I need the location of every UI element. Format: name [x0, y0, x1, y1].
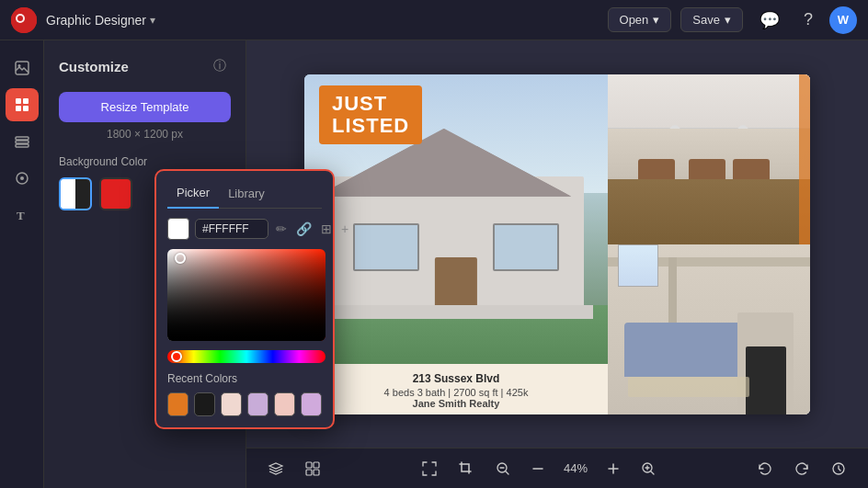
svg-rect-16	[314, 462, 319, 468]
resize-template-button[interactable]: Resize Template	[59, 92, 231, 122]
bottom-toolbar: 44%	[246, 448, 868, 488]
grid-toolbar-icon[interactable]	[298, 456, 327, 482]
customize-title: Customize	[59, 59, 129, 74]
hue-thumb[interactable]	[171, 351, 182, 362]
customize-header: Customize ⓘ	[59, 55, 231, 77]
avatar[interactable]: W	[829, 6, 857, 34]
recent-colors-row	[167, 392, 322, 416]
zoom-level: 44%	[558, 461, 593, 475]
app-title: Graphic Designer	[46, 13, 146, 28]
zoom-in-icon[interactable]	[634, 456, 663, 482]
property-address: 213 Sussex Blvd	[310, 371, 602, 387]
zoom-out-icon[interactable]	[488, 456, 518, 482]
svg-rect-18	[314, 470, 319, 475]
topbar: Graphic Designer ▾ Open ▾ Save ▾ 💬 ? W	[0, 0, 868, 40]
icon-sidebar: T	[0, 40, 44, 488]
recent-swatch-2[interactable]	[221, 392, 242, 416]
svg-rect-9	[16, 137, 29, 140]
sidebar-item-text[interactable]: T	[6, 199, 39, 232]
real-estate-card: JUST LISTED	[304, 74, 810, 414]
recent-colors-label: Recent Colors	[167, 372, 322, 385]
fit-screen-icon[interactable]	[415, 456, 444, 482]
app-title-dropdown[interactable]: Graphic Designer ▾	[46, 13, 155, 28]
redo-icon[interactable]	[787, 456, 817, 482]
hex-preview-swatch	[167, 218, 189, 240]
hue-slider[interactable]	[167, 350, 326, 363]
customize-panel: Customize ⓘ Resize Template 1800 × 1200 …	[44, 40, 246, 488]
svg-rect-6	[23, 98, 29, 104]
sidebar-item-image[interactable]	[6, 51, 39, 85]
recent-swatch-0[interactable]	[167, 392, 188, 416]
app-logo[interactable]	[11, 7, 37, 33]
bg-color-swatch-red[interactable]	[99, 177, 132, 210]
help-icon[interactable]: ?	[796, 6, 820, 33]
svg-point-2	[17, 16, 23, 21]
save-button[interactable]: Save ▾	[680, 7, 743, 32]
svg-rect-5	[16, 98, 21, 104]
sidebar-item-elements[interactable]	[6, 162, 39, 195]
svg-rect-11	[16, 144, 29, 147]
kitchen-photo	[608, 74, 810, 244]
sidebar-item-customize[interactable]	[6, 88, 39, 121]
living-room-photo	[608, 244, 810, 414]
layers-toolbar-icon[interactable]	[261, 456, 291, 482]
hex-input[interactable]	[195, 219, 268, 239]
svg-rect-17	[306, 470, 312, 475]
canvas-content: JUST LISTED	[246, 40, 868, 448]
undo-icon[interactable]	[750, 456, 780, 482]
crop-icon[interactable]	[451, 456, 481, 482]
open-button[interactable]: Open ▾	[608, 7, 672, 32]
comment-icon[interactable]: 💬	[752, 6, 787, 34]
canvas-area: JUST LISTED	[246, 40, 868, 488]
svg-rect-7	[16, 106, 21, 111]
svg-rect-8	[23, 106, 29, 111]
agent-name: Jane Smith Realty	[310, 398, 602, 409]
add-color-icon[interactable]: +	[339, 220, 350, 238]
customize-info-icon[interactable]: ⓘ	[209, 55, 231, 77]
gradient-cursor[interactable]	[175, 253, 186, 264]
main-area: T Customize ⓘ Resize Template 1800 × 120…	[0, 40, 868, 488]
recent-swatch-1[interactable]	[194, 392, 215, 416]
svg-text:T: T	[17, 209, 25, 222]
canvas-size-label: 1800 × 1200 px	[59, 128, 231, 141]
picker-tab-picker[interactable]: Picker	[167, 182, 219, 209]
just-listed-badge: JUST LISTED	[319, 85, 422, 144]
svg-rect-15	[306, 462, 312, 468]
sidebar-item-layers[interactable]	[6, 125, 39, 158]
recent-swatch-4[interactable]	[274, 392, 295, 416]
bg-color-label: Background Color	[59, 155, 231, 168]
color-picker-popup: Picker Library ✏ 🔗 ⊞ + Recent Colors	[154, 169, 335, 429]
title-chevron: ▾	[150, 14, 155, 27]
svg-rect-10	[16, 141, 29, 143]
eyedropper-icon[interactable]: ✏	[274, 220, 289, 238]
grid-icon[interactable]: ⊞	[319, 220, 334, 238]
recent-swatch-3[interactable]	[247, 392, 268, 416]
color-gradient-canvas[interactable]	[167, 249, 326, 341]
picker-tabs: Picker Library	[167, 182, 322, 209]
plus-icon[interactable]	[600, 458, 626, 480]
recent-swatch-5[interactable]	[301, 392, 322, 416]
history-icon[interactable]	[824, 456, 853, 482]
property-details: 4 beds 3 bath | 2700 sq ft | 425k	[310, 387, 602, 398]
svg-point-13	[20, 176, 24, 180]
link-icon[interactable]: 🔗	[294, 220, 314, 238]
bg-color-swatch-white[interactable]	[59, 177, 92, 210]
hex-row: ✏ 🔗 ⊞ +	[167, 218, 322, 240]
minus-icon[interactable]	[525, 458, 551, 480]
picker-tab-library[interactable]: Library	[219, 182, 274, 208]
